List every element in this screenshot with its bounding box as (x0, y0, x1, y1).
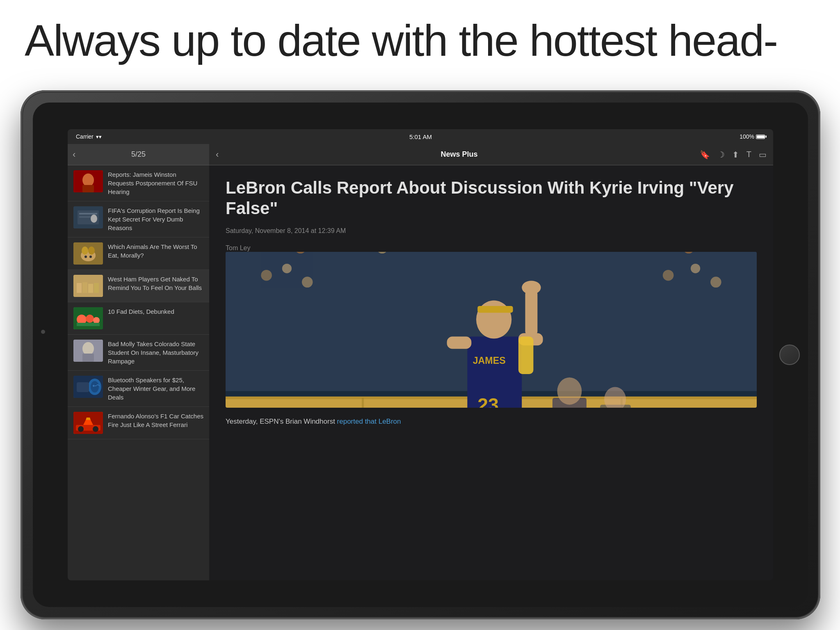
sidebar-back-button[interactable]: ‹ (73, 149, 75, 160)
sidebar-item-4[interactable]: West Ham Players Get Naked To Remind You… (68, 270, 209, 302)
sidebar: ‹ 5/25 Reports: J (68, 144, 209, 580)
svg-point-79 (557, 377, 582, 404)
svg-rect-68 (447, 336, 472, 349)
article-body-text: Yesterday, ESPN's Brian Windhorst report… (226, 416, 757, 428)
article-title: News Plus (225, 150, 693, 159)
battery-shape (756, 135, 765, 139)
main-content: ‹ 5/25 Reports: J (68, 144, 773, 580)
article-content: LeBron Calls Report About Discussion Wit… (209, 165, 773, 580)
svg-marker-37 (86, 418, 91, 420)
carrier-label: Carrier (76, 133, 94, 140)
sidebar-header: ‹ 5/25 (68, 144, 209, 165)
sidebar-thumb-5 (73, 307, 103, 329)
svg-rect-5 (79, 213, 97, 215)
svg-text:⬿: ⬿ (92, 382, 100, 390)
sidebar-item-text-4: West Ham Players Get Naked To Remind You… (108, 275, 203, 292)
svg-point-12 (84, 256, 87, 258)
svg-rect-2 (82, 185, 94, 192)
article-hero-image: 23 JAMES (226, 252, 757, 408)
svg-rect-18 (94, 283, 99, 293)
ipad-screen: Carrier ▾▾ 5:01 AM 100% (68, 129, 773, 580)
sidebar-thumb-7: ⬿ (73, 376, 103, 398)
svg-rect-23 (77, 323, 100, 326)
svg-point-55 (663, 270, 674, 281)
article-back-button[interactable]: ‹ (216, 149, 219, 160)
article-link[interactable]: reported that LeBron (337, 418, 401, 425)
sidebar-item-text-3: Which Animals Are The Worst To Eat, Mora… (108, 242, 203, 260)
article-headline: LeBron Calls Report About Discussion Wit… (226, 178, 757, 219)
svg-point-53 (282, 264, 292, 273)
sidebar-thumb-6 (73, 340, 103, 362)
svg-rect-31 (77, 382, 89, 392)
svg-point-52 (261, 270, 272, 281)
ipad-bezel: Carrier ▾▾ 5:01 AM 100% (33, 103, 808, 607)
svg-point-54 (302, 276, 313, 288)
svg-point-10 (82, 247, 88, 255)
article-date: Saturday, November 8, 2014 at 12:39 AM (226, 227, 757, 235)
svg-point-75 (487, 342, 501, 356)
article-author: Tom Ley (226, 244, 757, 252)
svg-text:JAMES: JAMES (473, 355, 506, 366)
svg-point-56 (691, 264, 700, 273)
svg-point-25 (82, 342, 94, 355)
svg-point-11 (88, 247, 95, 255)
sidebar-thumb-3 (73, 242, 103, 265)
svg-rect-74 (518, 336, 534, 374)
svg-point-7 (91, 215, 97, 223)
wifi-icon: ▾▾ (96, 134, 102, 140)
bookmark-icon[interactable]: 🔖 (700, 150, 710, 160)
sidebar-item-text-5: 10 Fad Diets, Debunked (108, 307, 203, 316)
sidebar-item-5[interactable]: 10 Fad Diets, Debunked (68, 302, 209, 335)
sidebar-item-1[interactable]: Reports: Jameis Winston Requests Postpon… (68, 165, 209, 201)
status-bar: Carrier ▾▾ 5:01 AM 100% (68, 129, 773, 144)
battery-icon (756, 135, 765, 139)
ipad-side-button (41, 330, 45, 334)
svg-point-35 (93, 426, 98, 432)
ipad-device: Carrier ▾▾ 5:01 AM 100% (21, 90, 820, 619)
svg-point-22 (93, 317, 100, 324)
sidebar-item-2[interactable]: FIFA's Corruption Report Is Being Kept S… (68, 201, 209, 237)
svg-rect-17 (88, 284, 93, 293)
sidebar-item-text-6: Bad Molly Takes Colorado State Student O… (108, 340, 203, 365)
share-icon[interactable]: ⬆ (732, 150, 739, 160)
status-carrier: Carrier ▾▾ (76, 133, 102, 140)
page-headline: Always up to date with the hottest head- (25, 16, 815, 65)
text-size-icon[interactable]: T (746, 150, 751, 159)
svg-rect-70 (525, 289, 538, 336)
sidebar-item-text-8: Fernando Alonso's F1 Car Catches Fire Ju… (108, 412, 203, 429)
svg-point-1 (82, 173, 94, 187)
sidebar-thumb-4 (73, 275, 103, 297)
sidebar-item-text-7: Bluetooth Speakers for $25, Cheaper Wint… (108, 376, 203, 402)
sidebar-item-3[interactable]: Which Animals Are The Worst To Eat, Mora… (68, 237, 209, 270)
svg-rect-15 (77, 283, 82, 293)
sidebar-item-text-2: FIFA's Corruption Report Is Being Kept S… (108, 206, 203, 232)
svg-rect-6 (79, 216, 91, 218)
status-battery: 100% (740, 133, 765, 140)
grid-view-icon[interactable]: ▭ (759, 150, 767, 160)
battery-fill (757, 135, 765, 138)
sidebar-thumb-1 (73, 170, 103, 192)
svg-text:23: 23 (477, 394, 499, 408)
svg-point-13 (89, 256, 92, 258)
article-actions: 🔖 ☽ ⬆ T ▭ (700, 150, 767, 160)
article-header: ‹ News Plus 🔖 ☽ ⬆ T ▭ (209, 144, 773, 165)
svg-rect-60 (362, 398, 364, 408)
article-pane: ‹ News Plus 🔖 ☽ ⬆ T ▭ LeBron Calls Repor… (209, 144, 773, 580)
moon-icon[interactable]: ☽ (717, 150, 725, 160)
sidebar-list: Reports: Jameis Winston Requests Postpon… (68, 165, 209, 580)
sidebar-item-7[interactable]: ⬿ Bluetooth Speakers for $25, Cheaper Wi… (68, 371, 209, 407)
svg-rect-16 (82, 282, 87, 293)
sidebar-thumb-8 (73, 412, 103, 434)
svg-rect-26 (82, 354, 94, 362)
svg-point-71 (522, 281, 541, 294)
sidebar-item-8[interactable]: Fernando Alonso's F1 Car Catches Fire Ju… (68, 407, 209, 439)
ipad-home-button[interactable] (779, 345, 800, 365)
svg-rect-73 (477, 306, 513, 313)
svg-point-21 (86, 315, 94, 323)
svg-point-57 (710, 276, 721, 288)
status-time: 5:01 AM (409, 133, 432, 140)
sidebar-thumb-2 (73, 206, 103, 228)
sidebar-item-6[interactable]: Bad Molly Takes Colorado State Student O… (68, 335, 209, 371)
battery-percent: 100% (740, 133, 754, 140)
sidebar-page-indicator: 5/25 (131, 150, 146, 159)
